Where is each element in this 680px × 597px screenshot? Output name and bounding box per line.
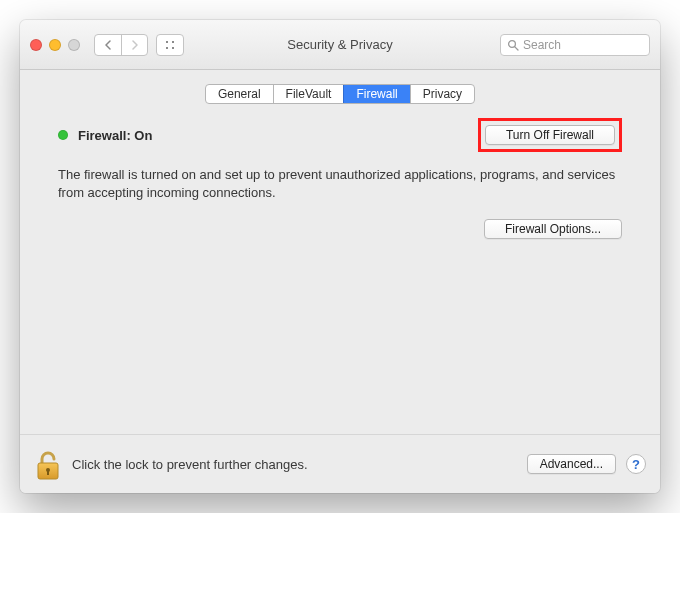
- tab-filevault[interactable]: FileVault: [273, 85, 344, 103]
- content-area: Firewall: On Turn Off Firewall The firew…: [20, 114, 660, 434]
- firewall-description: The firewall is turned on and set up to …: [58, 166, 622, 201]
- lock-button[interactable]: [34, 447, 62, 481]
- window-title: Security & Privacy: [287, 37, 392, 52]
- status-indicator-icon: [58, 130, 68, 140]
- search-placeholder: Search: [523, 38, 561, 52]
- titlebar: Security & Privacy Search: [20, 20, 660, 70]
- turn-off-firewall-button[interactable]: Turn Off Firewall: [485, 125, 615, 145]
- zoom-window-button: [68, 39, 80, 51]
- forward-button[interactable]: [121, 35, 147, 55]
- lock-open-icon: [35, 449, 61, 481]
- svg-line-1: [515, 46, 518, 49]
- annotation-highlight: Turn Off Firewall: [478, 118, 622, 152]
- back-button[interactable]: [95, 35, 121, 55]
- minimize-window-button[interactable]: [49, 39, 61, 51]
- show-all-button[interactable]: [156, 34, 184, 56]
- advanced-button[interactable]: Advanced...: [527, 454, 616, 474]
- search-icon: [507, 39, 519, 51]
- svg-rect-4: [47, 471, 49, 475]
- grid-icon: [164, 39, 176, 51]
- firewall-status-row: Firewall: On Turn Off Firewall: [58, 118, 622, 152]
- help-button[interactable]: ?: [626, 454, 646, 474]
- tab-bar: General FileVault Firewall Privacy: [20, 70, 660, 114]
- close-window-button[interactable]: [30, 39, 42, 51]
- tab-firewall[interactable]: Firewall: [343, 85, 409, 103]
- search-field[interactable]: Search: [500, 34, 650, 56]
- options-row: Firewall Options...: [58, 219, 622, 239]
- tab-general[interactable]: General: [206, 85, 273, 103]
- prefs-window: Security & Privacy Search General FileVa…: [20, 20, 660, 493]
- tab-privacy[interactable]: Privacy: [410, 85, 474, 103]
- lock-hint-text: Click the lock to prevent further change…: [72, 457, 517, 472]
- nav-back-forward: [94, 34, 148, 56]
- firewall-status-label: Firewall: On: [78, 128, 152, 143]
- traffic-lights: [30, 39, 80, 51]
- tabs: General FileVault Firewall Privacy: [205, 84, 475, 104]
- firewall-options-button[interactable]: Firewall Options...: [484, 219, 622, 239]
- footer: Click the lock to prevent further change…: [20, 434, 660, 493]
